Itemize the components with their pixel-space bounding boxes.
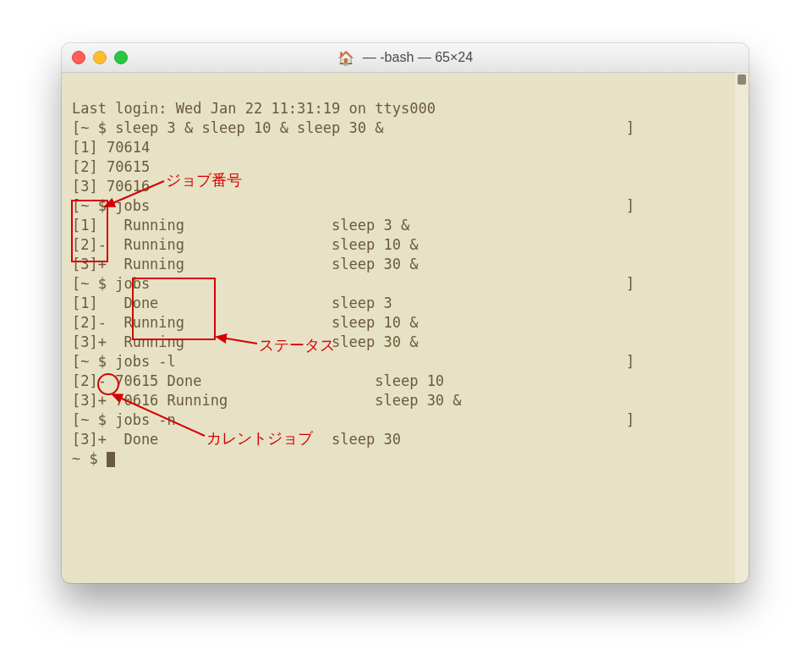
svg-line-1 — [217, 337, 257, 344]
cursor — [107, 452, 115, 467]
term-line: [~ $ jobs -l ] — [72, 353, 634, 370]
arrow-icon — [100, 179, 167, 211]
annotation-box-status — [132, 278, 216, 340]
term-line: [1] 70614 — [72, 139, 150, 156]
arrow-icon — [109, 391, 211, 440]
term-line: [2]- Running sleep 10 & — [72, 314, 418, 331]
term-line: [1] Done sleep 3 — [72, 294, 392, 311]
svg-line-2 — [112, 394, 205, 436]
scrollbar[interactable] — [735, 72, 749, 583]
term-line: [2] 70615 — [72, 158, 150, 175]
window-title: — -bash — 65×24 — [363, 50, 473, 65]
term-line: [2]- 70615 Done sleep 10 — [72, 372, 444, 389]
titlebar: 🏠 — -bash — 65×24 — [62, 43, 749, 73]
home-icon: 🏠 — [337, 50, 354, 66]
term-line: [1] Running sleep 3 & — [72, 217, 409, 234]
term-line: [3]+ Running sleep 30 & — [72, 256, 418, 272]
term-line: ~ $ — [72, 450, 107, 467]
term-line: Last login: Wed Jan 22 11:31:19 on ttys0… — [72, 100, 436, 117]
scrollbar-thumb[interactable] — [738, 74, 746, 85]
term-line: [2]- Running sleep 10 & — [72, 236, 418, 253]
arrow-icon — [213, 333, 264, 349]
svg-line-0 — [105, 181, 164, 206]
term-line: [~ $ sleep 3 & sleep 10 & sleep 30 & ] — [72, 119, 634, 136]
